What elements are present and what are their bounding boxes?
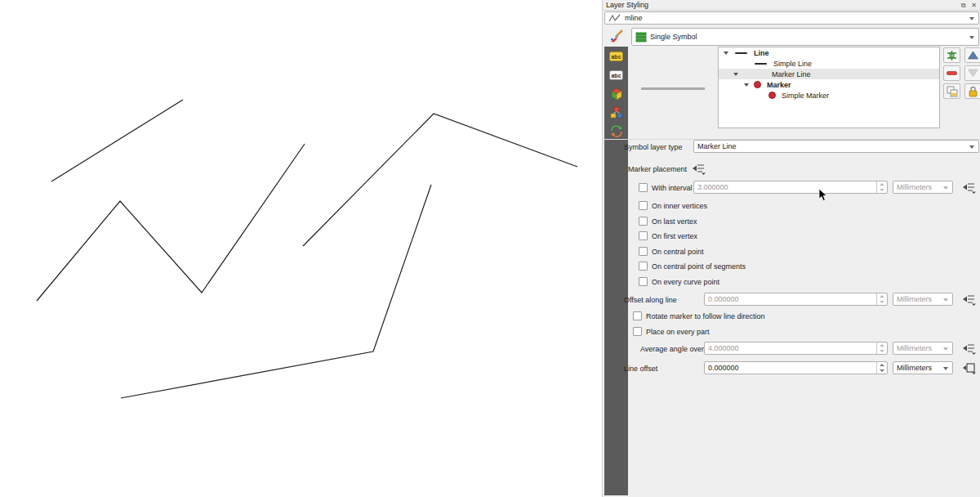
unit-value: Millimeters (897, 183, 932, 191)
move-down-button[interactable] (964, 65, 980, 81)
marker-placement-override-button[interactable] (690, 162, 707, 176)
expander-icon[interactable] (744, 83, 749, 87)
line-offset-override-button[interactable] (960, 361, 978, 375)
layer-selector-combo[interactable]: mline (604, 11, 979, 25)
add-symbol-layer-icon (946, 50, 958, 61)
svg-text:abc: abc (611, 54, 621, 60)
offset-along-line-spinbox[interactable] (704, 293, 888, 306)
data-defined-override-icon (692, 163, 706, 175)
tree-row-line[interactable]: Line (719, 47, 939, 58)
with-interval-unit-combo[interactable]: Millimeters (893, 181, 953, 194)
average-angle-over-spinbox[interactable] (704, 342, 888, 355)
on-inner-vertices-checkbox[interactable] (639, 201, 648, 210)
symbol-layer-type-label: Symbol layer type (624, 143, 683, 151)
single-symbol-icon (635, 32, 647, 43)
sidebar-tab-symbology[interactable] (604, 26, 628, 47)
close-panel-icon[interactable]: ✕ (969, 1, 978, 10)
with-interval-input[interactable] (694, 181, 887, 193)
lock-icon (968, 86, 978, 97)
line-offset-unit-combo[interactable]: Millimeters (893, 361, 953, 374)
sidebar-tab-labels[interactable]: abc (604, 47, 628, 65)
tree-row-marker-line[interactable]: Marker Line (719, 69, 939, 79)
chevron-down-icon (943, 186, 948, 190)
duplicate-icon (947, 86, 958, 97)
average-angle-over-override-button[interactable] (960, 342, 978, 356)
line-layer-icon (608, 14, 621, 23)
tree-row-marker[interactable]: Marker (719, 79, 939, 90)
with-interval-override-button[interactable] (960, 181, 978, 195)
line-offset-spinbox[interactable] (704, 361, 888, 374)
mouse-cursor (818, 188, 828, 202)
offset-along-line-override-button[interactable] (960, 293, 978, 307)
diagram-icon (610, 106, 623, 119)
sidebar-tab-diagrams[interactable] (604, 103, 628, 122)
on-last-vertex-checkbox[interactable] (639, 217, 648, 226)
on-central-point-segments-checkbox[interactable] (639, 262, 648, 271)
on-central-point-label: On central point (652, 248, 704, 256)
tree-row-simple-marker[interactable]: Simple Marker (719, 90, 939, 101)
place-every-part-label: Place on every part (646, 328, 710, 336)
spin-buttons[interactable] (876, 181, 887, 193)
unit-value: Millimeters (897, 364, 932, 372)
rotate-marker-checkbox[interactable] (633, 311, 642, 320)
on-central-point-segments-label: On central point of segments (652, 262, 746, 271)
marker-placement-label: Marker placement (628, 165, 687, 173)
paintbrush-icon (609, 29, 624, 43)
spin-buttons[interactable] (876, 343, 887, 354)
sidebar-tab-3d-view[interactable] (604, 84, 628, 103)
tree-item-label: Simple Marker (782, 92, 829, 100)
marker-symbol-icon (768, 92, 776, 99)
map-canvas[interactable] (0, 0, 602, 497)
offset-along-line-input[interactable] (705, 293, 887, 305)
line-offset-input[interactable] (705, 362, 887, 374)
tree-item-label: Marker Line (772, 70, 811, 78)
average-angle-over-unit-combo[interactable]: Millimeters (893, 342, 953, 355)
qgis-window: Layer Styling ⧉ ✕ mline (0, 0, 980, 497)
renderer-combo[interactable]: Single Symbol (631, 28, 979, 46)
mask-abc-icon: abc (609, 70, 623, 80)
on-first-vertex-checkbox[interactable] (639, 231, 648, 240)
tree-item-label: Line (754, 49, 769, 57)
on-central-point-checkbox[interactable] (639, 247, 648, 256)
renderer-value: Single Symbol (650, 33, 697, 41)
offset-along-line-label: Offset along line (624, 296, 677, 304)
cube-3d-icon (610, 87, 623, 101)
on-every-curve-point-label: On every curve point (652, 278, 719, 286)
remove-symbol-layer-button[interactable] (943, 65, 960, 81)
sidebar-tab-history[interactable] (604, 122, 628, 141)
line-symbol-icon (735, 52, 747, 54)
map-lines-svg (0, 0, 602, 497)
line-symbol-icon (755, 63, 767, 65)
chevron-down-icon (943, 298, 948, 302)
rotate-marker-label: Rotate marker to follow line direction (646, 312, 765, 320)
data-defined-override-icon (962, 181, 976, 194)
on-every-curve-point-checkbox[interactable] (639, 277, 648, 286)
data-defined-override-icon (962, 343, 976, 355)
expander-icon[interactable] (733, 73, 738, 76)
move-up-button[interactable] (964, 47, 980, 63)
on-inner-vertices-label: On inner vertices (652, 202, 707, 210)
chevron-down-icon (969, 146, 974, 149)
svg-text:abc: abc (611, 73, 621, 78)
with-interval-spinbox[interactable] (693, 181, 888, 194)
add-symbol-layer-button[interactable] (943, 47, 960, 63)
lock-symbol-layer-button[interactable] (964, 83, 980, 99)
spin-buttons[interactable] (876, 362, 887, 374)
duplicate-symbol-layer-button[interactable] (943, 83, 960, 99)
data-defined-override-icon (962, 362, 976, 374)
average-angle-over-label: Average angle over (640, 345, 704, 353)
tree-item-label: Simple Line (773, 60, 812, 68)
data-defined-override-icon (962, 293, 976, 306)
offset-along-line-unit-combo[interactable]: Millimeters (893, 293, 953, 306)
average-angle-over-input[interactable] (705, 343, 887, 354)
with-interval-checkbox[interactable] (639, 183, 648, 192)
symbol-layer-type-combo[interactable]: Marker Line (693, 140, 979, 153)
spin-buttons[interactable] (876, 293, 887, 305)
tree-row-simple-line[interactable]: Simple Line (719, 58, 939, 69)
symbol-preview-line (641, 87, 705, 90)
expander-icon[interactable] (724, 51, 728, 55)
panel-title: Layer Styling (606, 1, 648, 9)
place-every-part-checkbox[interactable] (633, 327, 642, 336)
float-panel-icon[interactable]: ⧉ (959, 1, 968, 10)
sidebar-tab-masks[interactable]: abc (604, 65, 628, 84)
